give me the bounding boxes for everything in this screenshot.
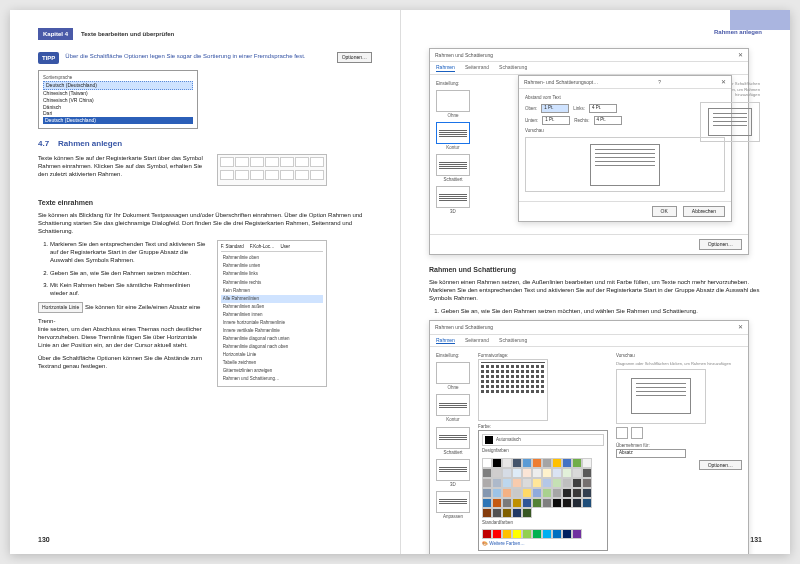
color-swatch[interactable] xyxy=(542,488,552,498)
lang-item[interactable]: Dänisch xyxy=(43,104,193,111)
preset-none[interactable] xyxy=(436,90,470,112)
tab-pageborder[interactable]: Seitenrand xyxy=(465,64,489,72)
input-top[interactable]: 1 Pt. xyxy=(541,104,569,113)
color-swatch[interactable] xyxy=(552,488,562,498)
lang-selected[interactable]: Deutsch (Deutschland) xyxy=(43,81,193,90)
lang-item[interactable]: Chinesisch (VR China) xyxy=(43,97,193,104)
color-swatch[interactable] xyxy=(492,468,502,478)
more-colors-link[interactable]: 🎨 Weitere Farben… xyxy=(482,541,604,547)
edge-toggle-icon[interactable] xyxy=(616,427,628,439)
apply-to-select[interactable]: Absatz xyxy=(616,449,686,458)
color-swatch[interactable] xyxy=(532,468,542,478)
color-swatch[interactable] xyxy=(512,468,522,478)
color-swatch[interactable] xyxy=(552,529,562,539)
lang-highlighted[interactable]: Deutsch (Deutschland) xyxy=(43,117,193,124)
automatic-label[interactable]: Automatisch xyxy=(496,437,521,443)
preset-box[interactable] xyxy=(436,122,470,144)
color-swatch[interactable] xyxy=(572,529,582,539)
menu-item[interactable]: Tabelle zeichnen xyxy=(221,359,323,367)
color-swatch[interactable] xyxy=(512,458,522,468)
color-swatch[interactable] xyxy=(532,458,542,468)
color-swatch[interactable] xyxy=(502,468,512,478)
menu-item[interactable]: Rahmenlinie rechts xyxy=(221,279,323,287)
tab-shading[interactable]: Schattierung xyxy=(499,337,527,345)
color-swatch[interactable] xyxy=(492,498,502,508)
options-button[interactable]: Optionen… xyxy=(699,460,742,470)
ok-button[interactable]: OK xyxy=(652,206,677,217)
color-swatch[interactable] xyxy=(492,458,502,468)
color-swatch[interactable] xyxy=(502,508,512,518)
color-swatch[interactable] xyxy=(582,468,592,478)
color-swatch[interactable] xyxy=(572,498,582,508)
menu-item[interactable]: Innere vertikale Rahmenlinie xyxy=(221,327,323,335)
color-swatch[interactable] xyxy=(522,529,532,539)
color-swatch[interactable] xyxy=(532,488,542,498)
color-swatch[interactable] xyxy=(522,488,532,498)
color-swatch[interactable] xyxy=(562,458,572,468)
color-swatch[interactable] xyxy=(582,458,592,468)
color-swatch[interactable] xyxy=(522,458,532,468)
preset-3d[interactable] xyxy=(436,459,470,481)
menu-item[interactable]: Gitternetzlinien anzeigen xyxy=(221,367,323,375)
menu-item[interactable]: Rahmen und Schattierung… xyxy=(221,375,323,383)
preset-shadow[interactable] xyxy=(436,154,470,176)
close-icon[interactable]: ✕ xyxy=(721,78,726,86)
input-left[interactable]: 4 Pt. xyxy=(589,104,617,113)
color-swatch[interactable] xyxy=(512,508,522,518)
color-swatch[interactable] xyxy=(582,498,592,508)
color-swatch[interactable] xyxy=(562,529,572,539)
cancel-button[interactable]: Abbrechen xyxy=(683,206,725,217)
close-icon[interactable]: ✕ xyxy=(738,51,743,59)
tab-pageborder[interactable]: Seitenrand xyxy=(465,337,489,345)
color-swatch[interactable] xyxy=(542,498,552,508)
color-swatch[interactable] xyxy=(552,468,562,478)
menu-item[interactable]: Rahmenlinie links xyxy=(221,270,323,278)
options-button[interactable]: Optionen… xyxy=(337,52,372,63)
color-swatch[interactable] xyxy=(562,488,572,498)
color-swatch[interactable] xyxy=(492,508,502,518)
color-swatch[interactable] xyxy=(532,498,542,508)
color-dropdown[interactable]: Automatisch Designfarben Standardfarben … xyxy=(478,430,608,550)
color-swatch[interactable] xyxy=(562,478,572,488)
menu-item[interactable]: Rahmenlinien außen xyxy=(221,303,323,311)
color-swatch[interactable] xyxy=(492,488,502,498)
menu-item[interactable]: Rahmenlinie oben xyxy=(221,254,323,262)
color-swatch[interactable] xyxy=(552,458,562,468)
preset-custom[interactable] xyxy=(436,491,470,513)
color-swatch[interactable] xyxy=(522,508,532,518)
color-swatch[interactable] xyxy=(572,458,582,468)
language-dropdown[interactable]: Sortiersprache Deutsch (Deutschland) Chi… xyxy=(38,70,198,129)
color-swatch[interactable] xyxy=(542,458,552,468)
color-swatch[interactable] xyxy=(482,468,492,478)
input-right[interactable]: 4 Pt. xyxy=(594,116,622,125)
lang-item[interactable]: Dari xyxy=(43,110,193,117)
color-swatch[interactable] xyxy=(482,458,492,468)
menu-tab[interactable]: User xyxy=(281,244,291,250)
color-swatch[interactable] xyxy=(542,529,552,539)
color-swatch[interactable] xyxy=(582,478,592,488)
menu-tab[interactable]: F.Koh-Loc… xyxy=(250,244,275,250)
color-swatch[interactable] xyxy=(512,478,522,488)
menu-item[interactable]: Rahmenlinie diagonal nach oben xyxy=(221,343,323,351)
menu-item[interactable]: Rahmenlinie diagonal nach unten xyxy=(221,335,323,343)
menu-item[interactable]: Innere horizontale Rahmenlinie xyxy=(221,319,323,327)
menu-item-highlighted[interactable]: Alle Rahmenlinien xyxy=(221,295,323,303)
color-swatch[interactable] xyxy=(502,458,512,468)
input-bottom[interactable]: 1 Pt. xyxy=(542,116,570,125)
color-swatch[interactable] xyxy=(542,468,552,478)
menu-item[interactable]: Kein Rahmen xyxy=(221,287,323,295)
color-swatch[interactable] xyxy=(552,498,562,508)
lang-item[interactable]: Chinesisch (Taiwan) xyxy=(43,90,193,97)
menu-item[interactable]: Rahmenlinie unten xyxy=(221,262,323,270)
preset-none[interactable] xyxy=(436,362,470,384)
color-swatch[interactable] xyxy=(482,529,492,539)
menu-item[interactable]: Horizontale Linie xyxy=(221,351,323,359)
color-swatch[interactable] xyxy=(582,488,592,498)
color-swatch[interactable] xyxy=(482,478,492,488)
menu-tab[interactable]: F. Standard xyxy=(221,244,244,250)
preset-3d[interactable] xyxy=(436,186,470,208)
color-swatch[interactable] xyxy=(522,478,532,488)
color-swatch[interactable] xyxy=(572,468,582,478)
color-swatch[interactable] xyxy=(482,508,492,518)
color-swatch[interactable] xyxy=(492,529,502,539)
